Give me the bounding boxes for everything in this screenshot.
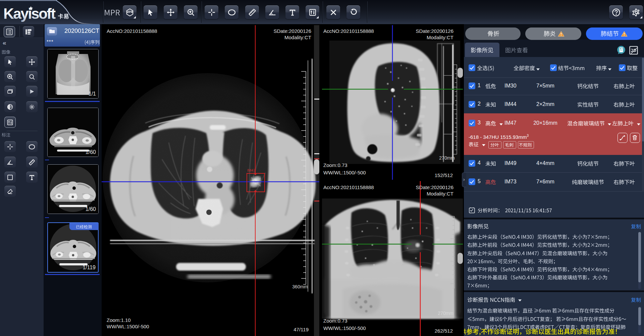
svg-text:IM47: IM47 — [247, 168, 255, 172]
